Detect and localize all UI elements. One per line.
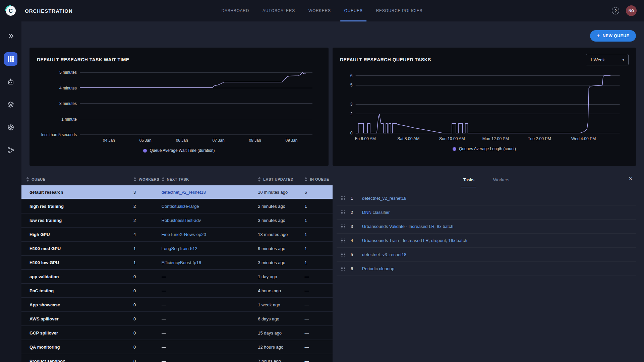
- queued-tasks-chart[interactable]: 02356Fri 6:00 AMSat 8:00 AMSun 10:00 AMM…: [340, 67, 629, 144]
- sort-icon[interactable]: [258, 177, 261, 182]
- nav-tab[interactable]: WORKERS: [302, 0, 338, 21]
- column-header[interactable]: IN QUEUE: [304, 177, 333, 182]
- queue-name-cell: App showcase: [21, 302, 133, 307]
- in-queue-cell: —: [304, 330, 333, 336]
- task-index: 3: [351, 224, 362, 229]
- svg-text:6: 6: [350, 73, 353, 78]
- last-updated-cell: 9 minutes ago: [258, 246, 304, 251]
- column-header[interactable]: QUEUE: [21, 177, 133, 182]
- task-row: 3 Urbansounds Validate - Increased LR, 8…: [337, 220, 636, 234]
- next-task-cell[interactable]: Contextualize-large: [162, 204, 258, 209]
- avatar[interactable]: NO: [626, 5, 637, 16]
- workers-cell: 0: [133, 316, 162, 321]
- svg-text:05 Jan: 05 Jan: [139, 138, 152, 143]
- table-row[interactable]: High GPU 4 FineTuneX-News-ep20 13 minute…: [21, 228, 333, 241]
- task-name-link[interactable]: detectnet_v2_resnet18: [362, 196, 406, 201]
- app-logo[interactable]: C: [0, 5, 21, 16]
- task-name-link[interactable]: DNN classifier: [362, 210, 390, 215]
- next-task-cell[interactable]: EfficiencyBoost-fp16: [162, 260, 258, 265]
- sort-icon[interactable]: [26, 177, 29, 182]
- workers-cell: 4: [133, 232, 162, 237]
- table-row[interactable]: AWS spillover 0 — 6 days ago —: [21, 312, 333, 325]
- nav-tab-label: RESOURCE POLICIES: [376, 8, 423, 13]
- queue-name-cell: AWS spillover: [21, 316, 133, 321]
- sort-icon[interactable]: [162, 177, 165, 182]
- drag-handle-icon[interactable]: [341, 252, 351, 257]
- table-row[interactable]: PoC testing 0 — 4 hours ago —: [21, 284, 333, 297]
- next-task-cell[interactable]: RobustnessTest-adv: [162, 218, 258, 223]
- in-queue-cell: —: [304, 274, 333, 279]
- workers-cell: 2: [133, 218, 162, 223]
- last-updated-cell: 7 hours ago: [258, 359, 304, 362]
- task-row: 4 Urbansounds Train - Increased LR, drop…: [337, 234, 636, 248]
- time-range-value: 1 Week: [590, 57, 605, 62]
- table-row[interactable]: high res training 2 Contextualize-large …: [21, 199, 333, 213]
- next-task-cell[interactable]: FineTuneX-News-ep20: [162, 232, 258, 237]
- wait-time-legend: Queue Average Wait Time (duration): [37, 148, 321, 153]
- time-range-select[interactable]: 1 Week ▾: [586, 54, 629, 65]
- clearml-logo-icon: C: [5, 5, 16, 16]
- panel-tab-tasks[interactable]: Tasks: [461, 174, 476, 187]
- sort-icon[interactable]: [304, 177, 307, 182]
- task-name-link[interactable]: Urbansounds Train - Increased LR, dropou…: [362, 238, 467, 243]
- table-row[interactable]: H100 med GPU 1 LongSeqTrain-512 9 minute…: [21, 242, 333, 255]
- charts-row: DEFAULT RESEARCH TASK WAIT TIME less tha…: [21, 48, 636, 166]
- table-row[interactable]: App showcase 0 — 1 week ago —: [21, 298, 333, 311]
- task-name-link[interactable]: detectnet_v3_resnet18: [362, 252, 406, 257]
- workers-cell: 3: [133, 190, 162, 195]
- workers-cell: 0: [133, 302, 162, 307]
- next-task-cell[interactable]: LongSeqTrain-512: [162, 246, 258, 251]
- table-row[interactable]: Product sandbox 0 — 7 hours ago —: [21, 354, 333, 362]
- svg-text:Fri 6:00 AM: Fri 6:00 AM: [355, 136, 376, 141]
- legend-dot: [453, 147, 456, 151]
- nav-tab[interactable]: AUTOSCALERS: [256, 0, 302, 21]
- nav-tab[interactable]: QUEUES: [338, 0, 369, 21]
- queued-tasks-card: DEFAULT RESEARCH QUEUED TASKS 1 Week ▾ 0…: [333, 48, 636, 166]
- table-row[interactable]: default research 3 detectnet_v2_resnet18…: [21, 185, 333, 199]
- drag-handle-icon[interactable]: [341, 196, 351, 200]
- queue-name-cell: low res training: [21, 218, 133, 223]
- table-row[interactable]: GCP spillover 0 — 15 days ago —: [21, 326, 333, 340]
- panel-tab-workers[interactable]: Workers: [491, 174, 511, 187]
- nav-tab[interactable]: DASHBOARD: [215, 0, 256, 21]
- sidebar-resources-icon[interactable]: [4, 121, 17, 134]
- in-queue-cell: —: [304, 359, 333, 362]
- column-header-label: WORKERS: [139, 177, 159, 181]
- drag-handle-icon[interactable]: [341, 210, 351, 215]
- queue-name-cell: app validation: [21, 274, 133, 279]
- sidebar-queues-icon[interactable]: [4, 98, 17, 111]
- in-queue-cell: 1: [304, 204, 333, 209]
- workers-cell: 1: [133, 246, 162, 251]
- new-queue-button[interactable]: + NEW QUEUE: [590, 30, 636, 42]
- table-row[interactable]: app validation 0 — 1 day ago —: [21, 270, 333, 283]
- task-name-link[interactable]: Urbansounds Validate - Increased LR, 8x …: [362, 224, 453, 229]
- drag-handle-icon[interactable]: [341, 266, 351, 271]
- drag-handle-icon[interactable]: [341, 238, 351, 243]
- table-row[interactable]: low res training 2 RobustnessTest-adv 3 …: [21, 214, 333, 227]
- app-header: C ORCHESTRATION DASHBOARD AUTOSCALERS WO…: [0, 0, 644, 21]
- table-row[interactable]: QA monitoring 0 — 12 hours ago —: [21, 340, 333, 354]
- sidebar-pipelines-icon[interactable]: [4, 143, 17, 157]
- workers-cell: 0: [133, 359, 162, 362]
- drag-handle-icon[interactable]: [341, 224, 351, 229]
- last-updated-cell: 1 week ago: [258, 302, 304, 307]
- next-task-cell[interactable]: detectnet_v2_resnet18: [162, 190, 258, 195]
- nav-tab[interactable]: RESOURCE POLICIES: [369, 0, 429, 21]
- sidebar-expand-icon[interactable]: [4, 29, 17, 43]
- sort-icon[interactable]: [133, 177, 136, 182]
- sidebar-dashboard-icon[interactable]: [4, 52, 17, 66]
- nav-tab-label: DASHBOARD: [222, 8, 249, 13]
- workers-cell: 1: [133, 260, 162, 265]
- next-task-cell: —: [162, 345, 258, 350]
- legend-label: Queue Average Wait Time (duration): [150, 148, 215, 153]
- column-header[interactable]: NEXT TASK: [162, 177, 258, 182]
- column-header[interactable]: WORKERS: [133, 177, 162, 182]
- sidebar-agents-icon[interactable]: [4, 75, 17, 88]
- column-header[interactable]: LAST UPDATED: [258, 177, 304, 182]
- help-icon[interactable]: ?: [612, 7, 619, 14]
- close-icon[interactable]: ×: [629, 175, 633, 182]
- table-row[interactable]: H100 low GPU 1 EfficiencyBoost-fp16 3 mi…: [21, 256, 333, 269]
- task-index: 4: [351, 238, 362, 243]
- task-name-link[interactable]: Periodic cleanup: [362, 266, 394, 271]
- wait-time-chart[interactable]: less than 5 seconds1 minute3 minutes4 mi…: [37, 67, 321, 146]
